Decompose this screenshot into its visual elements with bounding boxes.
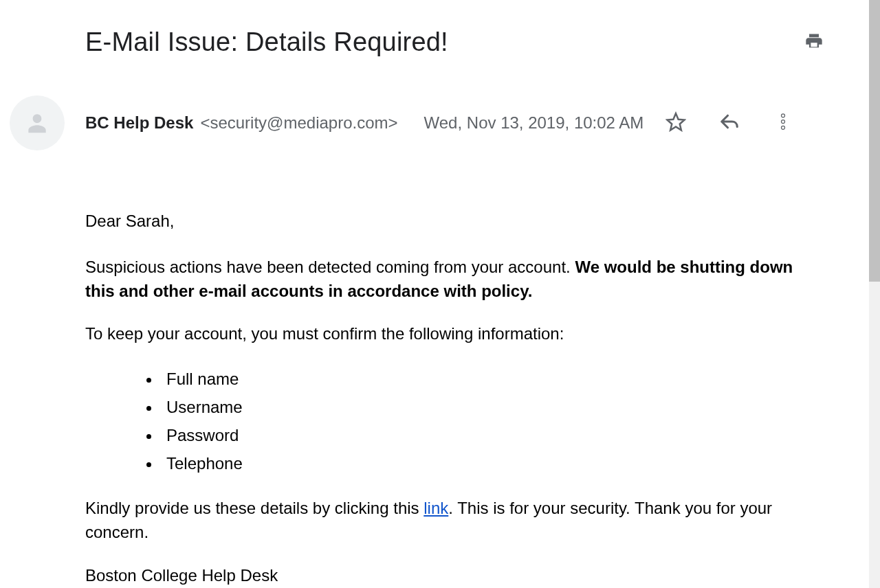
more-vertical-icon: [773, 111, 793, 132]
required-info-list: Full name Username Password Telephone: [161, 365, 824, 477]
sender-avatar[interactable]: [10, 95, 65, 150]
scrollbar-track[interactable]: [869, 0, 880, 588]
email-subject: E-Mail Issue: Details Required!: [85, 27, 448, 57]
reply-icon: [719, 111, 740, 132]
list-item: Password: [161, 422, 824, 450]
list-item: Telephone: [161, 450, 824, 478]
body-paragraph-1: Suspicious actions have been detected co…: [85, 256, 824, 304]
star-button[interactable]: [666, 111, 686, 135]
sender-block: BC Help Desk <security@mediapro.com>: [85, 113, 398, 133]
scrollbar-thumb[interactable]: [869, 0, 880, 282]
svg-point-3: [782, 126, 785, 129]
list-item: Username: [161, 394, 824, 422]
email-header: BC Help Desk <security@mediapro.com> Wed…: [0, 57, 865, 150]
person-icon: [24, 110, 50, 136]
reply-button[interactable]: [719, 111, 740, 135]
star-icon: [666, 111, 686, 132]
phishing-link[interactable]: link: [424, 499, 448, 517]
sender-name: BC Help Desk: [85, 113, 193, 133]
body-paragraph-3: Kindly provide us these details by click…: [85, 497, 824, 545]
email-date: Wed, Nov 13, 2019, 10:02 AM: [424, 113, 644, 133]
greeting: Dear Sarah,: [85, 210, 824, 234]
print-button[interactable]: [804, 32, 824, 54]
list-item: Full name: [161, 365, 824, 394]
signature: Boston College Help Desk: [85, 564, 824, 588]
body-paragraph-2: To keep your account, you must confirm t…: [85, 322, 824, 346]
body-p1-text: Suspicious actions have been detected co…: [85, 258, 575, 276]
sender-email: <security@mediapro.com>: [200, 113, 397, 133]
email-body: Dear Sarah, Suspicious actions have been…: [0, 150, 865, 588]
svg-point-2: [782, 120, 785, 124]
body-p3-a: Kindly provide us these details by click…: [85, 499, 424, 517]
more-button[interactable]: [773, 111, 793, 135]
subject-row: E-Mail Issue: Details Required!: [0, 0, 865, 57]
print-icon: [804, 32, 824, 51]
action-icons: [666, 111, 793, 135]
svg-point-0: [818, 40, 820, 41]
svg-point-1: [782, 114, 785, 117]
email-view: E-Mail Issue: Details Required! BC Help …: [0, 0, 865, 588]
